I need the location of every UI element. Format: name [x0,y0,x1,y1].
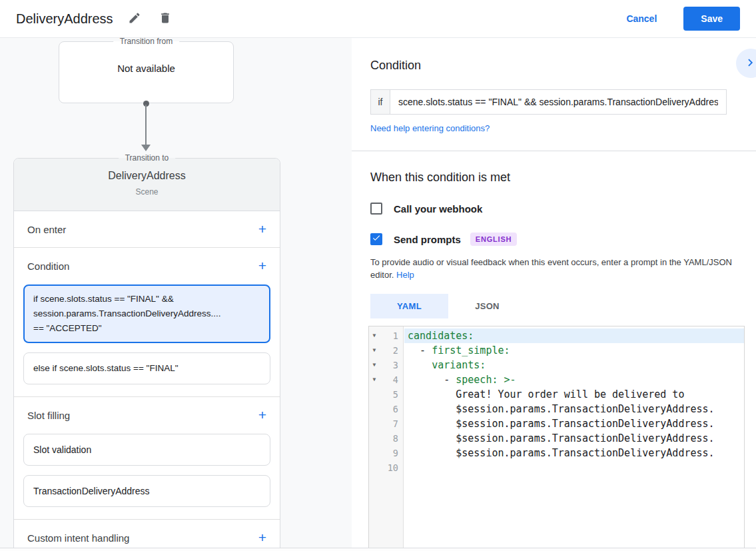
send-prompts-row: Send prompts ENGLISH [370,233,737,246]
bottom-divider [0,548,756,551]
editor-line: ▼1candidates: [369,328,744,343]
line-number: 4 [380,372,398,387]
line-number: 1 [380,328,398,343]
fold-arrow-icon[interactable]: ▼ [369,343,380,358]
editor-line: ▼3 variants: [369,358,744,372]
add-custom-intent-button[interactable]: + [258,531,266,544]
yaml-code-editor[interactable]: ▼1candidates:▼2 - first_simple:▼3 varian… [368,326,745,548]
line-number: 5 [380,387,398,402]
editor-line: ▼2 - first_simple: [369,343,744,358]
line-number: 3 [380,358,398,372]
tab-json[interactable]: JSON [448,294,526,318]
transition-from-legend: Transition from [113,38,180,46]
scene-name: DeliveryAddress [14,170,280,182]
line-number: 6 [380,402,398,416]
transition-to-legend: Transition to [119,153,176,163]
condition-if-input[interactable] [390,89,727,115]
webhook-row: Call your webhook [370,203,737,215]
scene-card-header[interactable]: DeliveryAddress Scene [14,159,280,211]
trash-icon [159,11,172,27]
line-number: 9 [380,446,398,460]
condition-card[interactable]: else if scene.slots.status == "FINAL" [23,352,270,384]
code-line-content[interactable]: Great! Your order will be delivered to [404,387,744,402]
fold-spacer [369,416,380,431]
edit-title-button[interactable] [125,9,144,29]
connector-arrowhead-icon [141,145,151,151]
editor-line: 9 $session.params.TransactionDeliveryAdd… [369,446,744,460]
call-webhook-label: Call your webhook [394,203,482,215]
checkmark-icon [372,233,381,245]
if-condition-row: if [370,89,727,115]
tab-yaml[interactable]: YAML [370,294,448,318]
scene-graph-panel: Transition from Not available Transition… [0,38,352,548]
condition-panel-title: Condition [370,58,737,73]
fold-arrow-icon[interactable]: ▼ [369,372,380,387]
code-line-content[interactable]: - first_simple: [404,343,744,358]
add-on-enter-button[interactable]: + [258,223,266,236]
code-line-content[interactable]: $session.params.TransactionDeliveryAddre… [404,431,744,446]
conditions-help-link[interactable]: Need help entering conditions? [370,123,490,133]
line-number: 10 [380,460,398,475]
page-title: DeliveryAddress [16,11,113,27]
fold-spacer [369,402,380,416]
code-line-content[interactable]: variants: [404,358,744,372]
pencil-icon [128,11,141,27]
condition-detail-panel: Condition if Need help entering conditio… [352,38,756,548]
if-prefix-label: if [370,89,390,115]
code-line-content[interactable]: candidates: [404,328,744,343]
code-line-content[interactable]: $session.params.TransactionDeliveryAddre… [404,402,744,416]
slot-card[interactable]: TransactionDeliveryAddress [23,475,270,507]
editor-line: ▼4 - speech: >- [369,372,744,387]
editor-tabs: YAMLJSON [370,294,737,318]
fold-spacer [369,387,380,402]
transition-from-box: Transition from Not available [59,41,234,103]
fold-arrow-icon[interactable]: ▼ [369,358,380,372]
header-bar: DeliveryAddress Cancel Save [0,0,756,38]
code-line-content[interactable]: - speech: >- [404,372,744,387]
delete-scene-button[interactable] [156,9,175,29]
condition-section-label: Condition [27,261,69,272]
code-line-content[interactable] [404,460,744,475]
condition-card[interactable]: if scene.slots.status == "FINAL" && sess… [23,284,270,343]
editor-lines: ▼1candidates:▼2 - first_simple:▼3 varian… [369,326,744,475]
call-webhook-checkbox[interactable] [370,203,382,215]
editor-line: 5 Great! Your order will be delivered to [369,387,744,402]
condition-met-section: When this condition is met Call your web… [352,151,756,548]
chevron-right-icon [743,55,756,72]
scene-type-label: Scene [14,187,280,197]
code-line-content[interactable]: $session.params.TransactionDeliveryAddre… [404,416,744,431]
editor-line: 7 $session.params.TransactionDeliveryAdd… [369,416,744,431]
add-condition-button[interactable]: + [258,259,266,273]
save-button[interactable]: Save [683,7,740,31]
fold-spacer [369,446,380,460]
slot-filling-label: Slot filling [27,410,70,421]
line-number: 7 [380,416,398,431]
editor-line: 10 [369,460,744,475]
scene-editor-app: DeliveryAddress Cancel Save Transition f… [0,0,756,551]
custom-intent-section: Custom intent handling + [14,519,280,548]
condition-met-title: When this condition is met [370,170,737,185]
editor-line: 6 $session.params.TransactionDeliveryAdd… [369,402,744,416]
add-slot-button[interactable]: + [258,408,266,422]
send-prompts-label: Send prompts [394,234,461,245]
transition-from-value: Not available [59,63,233,74]
help-link[interactable]: Help [396,270,414,280]
prompts-description: To provide audio or visual feedback when… [370,256,737,281]
header-actions: Cancel Save [622,7,740,31]
line-number: 8 [380,431,398,446]
slot-card[interactable]: Slot validation [23,434,270,466]
send-prompts-checkbox[interactable] [370,233,382,245]
condition-editor-section: Condition if Need help entering conditio… [352,38,756,151]
language-badge: ENGLISH [470,233,518,246]
on-enter-label: On enter [27,224,66,235]
cancel-button[interactable]: Cancel [622,13,661,25]
fold-spacer [369,431,380,446]
on-enter-section: On enter + [14,211,280,247]
fold-arrow-icon[interactable]: ▼ [369,328,380,343]
line-number: 2 [380,343,398,358]
custom-intent-label: Custom intent handling [27,532,129,544]
connector-line [145,105,147,145]
code-line-content[interactable]: $session.params.TransactionDeliveryAddre… [404,446,744,460]
slot-filling-section: Slot filling + Slot validationTransactio… [14,396,280,519]
fold-spacer [369,460,380,475]
